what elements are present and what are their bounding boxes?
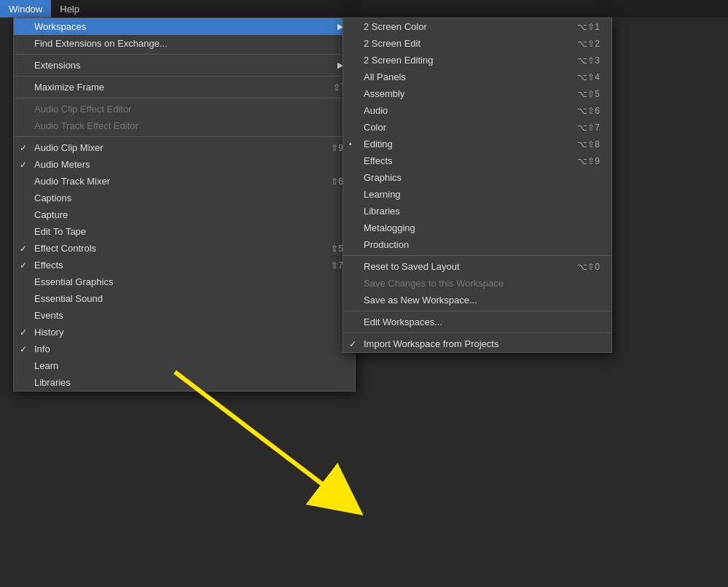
separator-4 xyxy=(14,136,355,137)
libraries-label: Libraries xyxy=(34,377,71,388)
menu-item-workspaces[interactable]: Workspaces ▶ xyxy=(14,18,355,35)
capture-label: Capture xyxy=(34,209,68,220)
color-shortcut: ⌥⇧7 xyxy=(555,123,600,133)
separator-2 xyxy=(14,76,355,77)
2-screen-color-label: 2 Screen Color xyxy=(364,21,427,32)
menu-item-audio-track-mixer[interactable]: Audio Track Mixer ⇧6 xyxy=(14,173,355,190)
production-label: Production xyxy=(364,239,409,250)
captions-label: Captions xyxy=(34,193,71,203)
menu-item-libraries[interactable]: Libraries xyxy=(14,374,355,391)
submenu-item-import-workspace[interactable]: ✓ Import Workspace from Projects xyxy=(343,335,611,352)
import-workspace-label: Import Workspace from Projects xyxy=(364,338,498,349)
menu-item-essential-graphics[interactable]: Essential Graphics xyxy=(14,273,355,290)
extensions-label: Extensions xyxy=(34,60,81,71)
menu-item-captions[interactable]: Captions xyxy=(14,190,355,206)
submenu-item-effects[interactable]: Effects ⌥⇧9 xyxy=(343,152,611,169)
learn-label: Learn xyxy=(34,360,58,371)
menu-item-audio-clip-mixer[interactable]: ✓ Audio Clip Mixer ⇧9 xyxy=(14,139,355,156)
audio-shortcut: ⌥⇧6 xyxy=(555,106,600,116)
metalogging-label: Metalogging xyxy=(364,222,415,233)
submenu-item-graphics[interactable]: Graphics xyxy=(343,169,611,186)
essential-graphics-label: Essential Graphics xyxy=(34,276,113,287)
menu-item-effect-controls[interactable]: ✓ Effect Controls ⇧5 xyxy=(14,240,355,257)
window-menu: Workspaces ▶ Find Extensions on Exchange… xyxy=(13,18,356,392)
submenu-separator-2 xyxy=(343,311,611,311)
menu-item-learn[interactable]: Learn xyxy=(14,357,355,374)
effects-label: Effects xyxy=(34,260,63,271)
submenu-item-production[interactable]: Production xyxy=(343,236,611,253)
audio-label: Audio xyxy=(364,105,388,116)
submenu-item-reset-to-saved[interactable]: Reset to Saved Layout ⌥⇧0 xyxy=(343,258,611,275)
menu-item-extensions[interactable]: Extensions ▶ xyxy=(14,57,355,74)
audio-track-mixer-shortcut: ⇧6 xyxy=(309,176,343,187)
submenu-item-editing[interactable]: • Editing ⌥⇧8 xyxy=(343,136,611,152)
events-label: Events xyxy=(34,310,63,321)
all-panels-shortcut: ⌥⇧4 xyxy=(555,72,600,82)
effects-ws-shortcut: ⌥⇧9 xyxy=(555,156,600,166)
menu-item-audio-meters[interactable]: ✓ Audio Meters xyxy=(14,156,355,173)
reset-to-saved-shortcut: ⌥⇧0 xyxy=(555,262,600,272)
2-screen-editing-label: 2 Screen Editing xyxy=(364,55,433,66)
essential-sound-label: Essential Sound xyxy=(34,293,103,304)
effects-check: ✓ xyxy=(20,260,27,271)
workspaces-submenu: 2 Screen Color ⌥⇧1 2 Screen Edit ⌥⇧2 2 S… xyxy=(343,18,612,353)
menu-item-essential-sound[interactable]: Essential Sound xyxy=(14,290,355,307)
graphics-label: Graphics xyxy=(364,172,402,183)
submenu-item-edit-workspaces[interactable]: Edit Workspaces... xyxy=(343,314,611,330)
2-screen-edit-shortcut: ⌥⇧2 xyxy=(555,39,600,49)
history-check: ✓ xyxy=(20,327,27,338)
menu-item-events[interactable]: Events xyxy=(14,307,355,324)
menu-item-capture[interactable]: Capture xyxy=(14,206,355,223)
effect-controls-shortcut: ⇧5 xyxy=(309,244,343,254)
editing-check: • xyxy=(349,140,352,148)
menu-item-maximize-frame[interactable]: Maximize Frame ⇧` xyxy=(14,79,355,96)
effects-ws-label: Effects xyxy=(364,155,393,166)
editing-label: Editing xyxy=(364,139,393,149)
audio-track-effect-label: Audio Track Effect Editor xyxy=(34,120,138,131)
menu-item-info[interactable]: ✓ Info xyxy=(14,341,355,357)
submenu-item-metalogging[interactable]: Metalogging xyxy=(343,219,611,236)
submenu-item-all-panels[interactable]: All Panels ⌥⇧4 xyxy=(343,69,611,85)
color-label: Color xyxy=(364,122,386,133)
submenu-item-2-screen-edit[interactable]: 2 Screen Edit ⌥⇧2 xyxy=(343,35,611,52)
submenu-separator-1 xyxy=(343,255,611,256)
submenu-item-color[interactable]: Color ⌥⇧7 xyxy=(343,119,611,136)
save-as-new-label: Save as New Workspace... xyxy=(364,295,477,306)
audio-meters-check: ✓ xyxy=(20,160,27,170)
audio-clip-mixer-check: ✓ xyxy=(20,143,27,153)
menu-bar-item-window[interactable]: Window xyxy=(0,0,51,18)
effects-shortcut: ⇧7 xyxy=(309,260,343,271)
submenu-separator-3 xyxy=(343,333,611,333)
assembly-label: Assembly xyxy=(364,88,404,99)
history-label: History xyxy=(34,327,63,338)
submenu-item-2-screen-editing[interactable]: 2 Screen Editing ⌥⇧3 xyxy=(343,52,611,69)
extensions-arrow: ▶ xyxy=(323,61,343,70)
submenu-item-2-screen-color[interactable]: 2 Screen Color ⌥⇧1 xyxy=(343,18,611,35)
separator-3 xyxy=(14,98,355,98)
assembly-shortcut: ⌥⇧5 xyxy=(555,89,600,99)
menu-item-find-extensions[interactable]: Find Extensions on Exchange... xyxy=(14,35,355,52)
find-extensions-label: Find Extensions on Exchange... xyxy=(34,38,168,49)
submenu-item-assembly[interactable]: Assembly ⌥⇧5 xyxy=(343,85,611,102)
submenu-item-learning[interactable]: Learning xyxy=(343,186,611,203)
menu-bar-item-help[interactable]: Help xyxy=(51,0,88,18)
submenu-item-save-as-new[interactable]: Save as New Workspace... xyxy=(343,292,611,308)
menu-item-effects[interactable]: ✓ Effects ⇧7 xyxy=(14,257,355,273)
submenu-item-libraries[interactable]: Libraries xyxy=(343,203,611,219)
maximize-frame-shortcut: ⇧` xyxy=(311,82,343,93)
audio-clip-mixer-label: Audio Clip Mixer xyxy=(34,142,103,153)
2-screen-edit-label: 2 Screen Edit xyxy=(364,38,420,49)
learning-label: Learning xyxy=(364,189,401,200)
submenu-item-audio[interactable]: Audio ⌥⇧6 xyxy=(343,102,611,119)
workspaces-arrow: ▶ xyxy=(323,22,343,31)
audio-track-mixer-label: Audio Track Mixer xyxy=(34,176,110,187)
save-changes-label: Save Changes to this Workspace xyxy=(364,278,504,289)
info-label: Info xyxy=(34,343,50,354)
menu-bar: Window Help xyxy=(0,0,728,18)
menu-item-history[interactable]: ✓ History xyxy=(14,324,355,341)
menu-item-audio-clip-effect: Audio Clip Effect Editor xyxy=(14,101,355,117)
menu-item-edit-to-tape[interactable]: Edit To Tape xyxy=(14,223,355,240)
edit-to-tape-label: Edit To Tape xyxy=(34,226,86,237)
workspaces-label: Workspaces xyxy=(34,21,86,32)
import-workspace-check: ✓ xyxy=(349,339,356,349)
